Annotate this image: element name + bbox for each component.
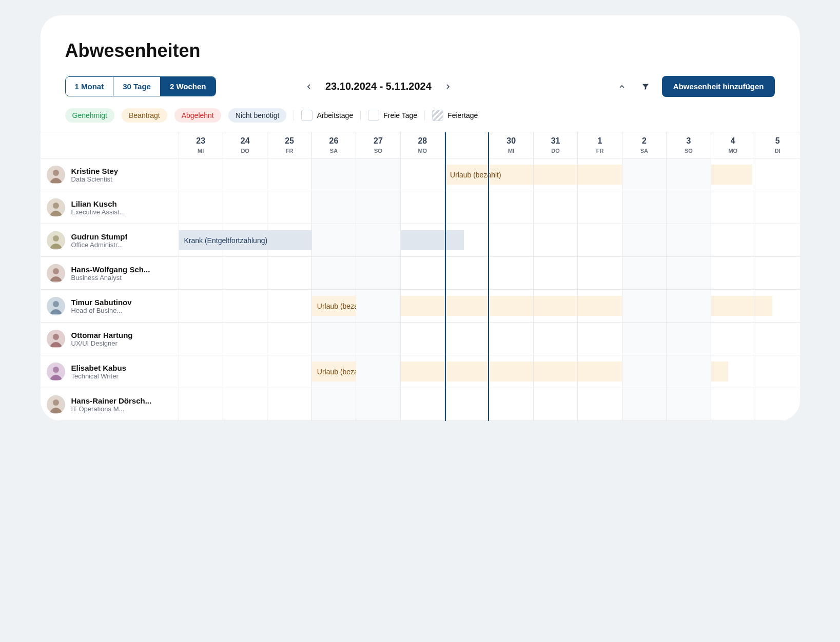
- calendar-cell[interactable]: [312, 158, 356, 191]
- calendar-cell[interactable]: [356, 323, 400, 355]
- calendar-cell[interactable]: [223, 224, 267, 257]
- calendar-cell[interactable]: [445, 323, 489, 355]
- calendar-cell[interactable]: [711, 355, 755, 388]
- calendar-cell[interactable]: [622, 257, 667, 290]
- calendar-cell[interactable]: [223, 355, 267, 388]
- calendar-cell[interactable]: [179, 355, 223, 388]
- calendar-cell[interactable]: [356, 191, 400, 224]
- calendar-cell[interactable]: [267, 224, 311, 257]
- calendar-cell[interactable]: [356, 388, 400, 421]
- calendar-cell[interactable]: Urlaub (bezahlt): [312, 290, 356, 323]
- calendar-cell[interactable]: [711, 290, 755, 323]
- calendar-cell[interactable]: [622, 355, 667, 388]
- calendar-cell[interactable]: [223, 158, 267, 191]
- calendar-cell[interactable]: [578, 323, 622, 355]
- calendar-cell[interactable]: [711, 158, 755, 191]
- calendar-cell[interactable]: [179, 257, 223, 290]
- calendar-cell[interactable]: [267, 388, 311, 421]
- calendar-cell[interactable]: [401, 290, 445, 323]
- calendar-cell[interactable]: [445, 290, 489, 323]
- calendar-cell[interactable]: [401, 257, 445, 290]
- calendar-cell[interactable]: [312, 388, 356, 421]
- calendar-cell[interactable]: [755, 290, 800, 323]
- calendar-cell[interactable]: [578, 388, 622, 421]
- filter-button[interactable]: [638, 79, 653, 94]
- calendar-cell[interactable]: [356, 158, 400, 191]
- calendar-cell[interactable]: [179, 323, 223, 355]
- calendar-cell[interactable]: [755, 355, 800, 388]
- calendar-cell[interactable]: [401, 158, 445, 191]
- calendar-cell[interactable]: [267, 355, 311, 388]
- calendar-cell[interactable]: [667, 290, 711, 323]
- calendar-cell[interactable]: [179, 290, 223, 323]
- calendar-cell[interactable]: [534, 290, 578, 323]
- calendar-cell[interactable]: [267, 290, 311, 323]
- calendar-cell[interactable]: [667, 224, 711, 257]
- range-option-2[interactable]: 2 Wochen: [160, 77, 216, 96]
- calendar-cell[interactable]: [267, 257, 311, 290]
- calendar-cell[interactable]: [223, 290, 267, 323]
- calendar-cell[interactable]: [667, 257, 711, 290]
- calendar-cell[interactable]: [622, 224, 667, 257]
- calendar-cell[interactable]: [223, 191, 267, 224]
- calendar-cell[interactable]: [445, 257, 489, 290]
- calendar-cell[interactable]: [267, 323, 311, 355]
- calendar-cell[interactable]: [445, 224, 489, 257]
- calendar-cell[interactable]: [489, 388, 533, 421]
- calendar-cell[interactable]: [445, 191, 489, 224]
- calendar-cell[interactable]: [534, 224, 578, 257]
- calendar-cell[interactable]: [711, 323, 755, 355]
- calendar-cell[interactable]: [578, 158, 622, 191]
- calendar-cell[interactable]: [401, 224, 445, 257]
- calendar-cell[interactable]: [755, 191, 800, 224]
- calendar-cell[interactable]: [401, 323, 445, 355]
- calendar-cell[interactable]: [755, 257, 800, 290]
- calendar-cell[interactable]: [179, 158, 223, 191]
- calendar-cell[interactable]: [578, 355, 622, 388]
- calendar-cell[interactable]: [534, 388, 578, 421]
- calendar-cell[interactable]: [223, 388, 267, 421]
- calendar-cell[interactable]: [755, 224, 800, 257]
- calendar-cell[interactable]: [755, 388, 800, 421]
- calendar-cell[interactable]: [578, 191, 622, 224]
- calendar-cell[interactable]: [667, 355, 711, 388]
- calendar-cell[interactable]: [755, 158, 800, 191]
- calendar-cell[interactable]: [489, 355, 533, 388]
- calendar-cell[interactable]: [489, 290, 533, 323]
- calendar-cell[interactable]: [312, 224, 356, 257]
- calendar-cell[interactable]: [267, 158, 311, 191]
- calendar-cell[interactable]: [711, 388, 755, 421]
- person-cell[interactable]: Timur SabutinovHead of Busine...: [41, 290, 179, 323]
- person-cell[interactable]: Elisabet KabusTechnical Writer: [41, 355, 179, 388]
- calendar-cell[interactable]: [489, 158, 533, 191]
- calendar-cell[interactable]: [534, 355, 578, 388]
- prev-range-button[interactable]: [302, 79, 316, 94]
- range-option-0[interactable]: 1 Monat: [66, 77, 113, 96]
- calendar-cell[interactable]: [622, 323, 667, 355]
- calendar-cell[interactable]: [312, 257, 356, 290]
- calendar-cell[interactable]: [578, 224, 622, 257]
- calendar-cell[interactable]: [667, 158, 711, 191]
- calendar-cell[interactable]: [312, 191, 356, 224]
- calendar-cell[interactable]: [356, 355, 400, 388]
- calendar-cell[interactable]: [489, 323, 533, 355]
- calendar-cell[interactable]: [622, 290, 667, 323]
- calendar-cell[interactable]: [445, 355, 489, 388]
- calendar-cell[interactable]: [267, 191, 311, 224]
- calendar-cell[interactable]: Urlaub (bezahlt): [312, 355, 356, 388]
- calendar-cell[interactable]: [401, 191, 445, 224]
- next-range-button[interactable]: [441, 79, 455, 94]
- calendar-cell[interactable]: Urlaub (bezahlt): [445, 158, 489, 191]
- person-cell[interactable]: Ottomar HartungUX/UI Designer: [41, 323, 179, 355]
- calendar-cell[interactable]: [534, 323, 578, 355]
- calendar-cell[interactable]: [711, 224, 755, 257]
- range-option-1[interactable]: 30 Tage: [113, 77, 160, 96]
- calendar-cell[interactable]: [179, 388, 223, 421]
- calendar-cell[interactable]: [312, 323, 356, 355]
- calendar-cell[interactable]: [489, 224, 533, 257]
- person-cell[interactable]: Gudrun StumpfOffice Administr...: [41, 224, 179, 257]
- person-cell[interactable]: Hans-Rainer Dörsch...IT Operations M...: [41, 388, 179, 421]
- calendar-cell[interactable]: [622, 158, 667, 191]
- calendar-cell[interactable]: [356, 290, 400, 323]
- calendar-cell[interactable]: [578, 290, 622, 323]
